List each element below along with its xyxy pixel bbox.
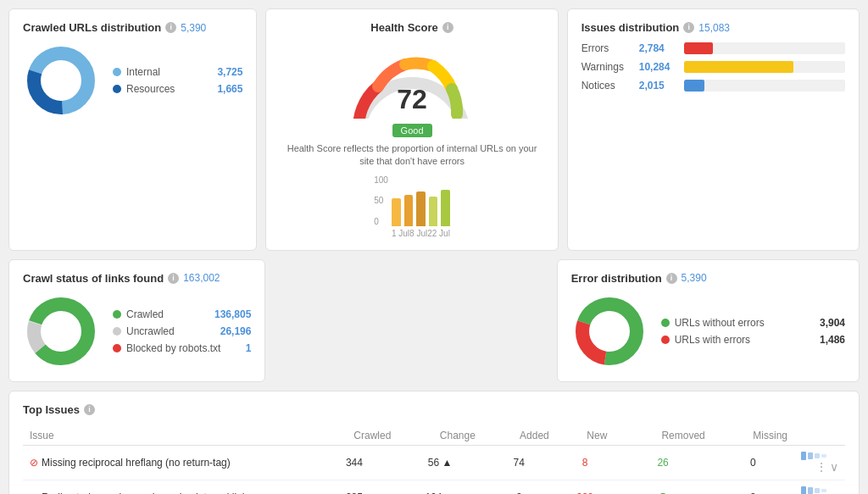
health-score-description: Health Score reflects the proportion of … [280,142,543,169]
without-errors-dot [661,319,670,327]
crawled-urls-donut-row: Internal 3,725 Resources 1,665 [23,42,242,119]
removed-value: 26 [614,445,711,480]
bar-col-3 [429,175,438,226]
crawled-label: Crawled [126,308,209,320]
uncrawled-label: Uncrawled [126,325,215,337]
crawl-status-donut [23,293,99,369]
issues-notices-row: Notices 2,015 [581,80,845,92]
error-distribution-total: 5,390 [682,272,707,284]
row-actions[interactable]: ⋮ ∨ [794,445,845,480]
uncrawled-dot [113,327,121,336]
error-distribution-label: Error distribution [571,272,662,285]
expand-icon[interactable]: ∨ [830,460,838,474]
col-crawled: Crawled [311,426,398,446]
crawled-urls-total: 5,390 [181,22,206,34]
crawl-status-legend: Crawled 136,805 Uncrawled 26,196 Blocked… [113,308,251,354]
col-missing: Missing [712,426,794,446]
issues-warnings-row: Warnings 10,284 [581,61,845,73]
crawl-status-title: Crawl status of links found i 163,002 [23,272,251,285]
removed-value: 5 [614,480,711,494]
col-added: Added [482,426,556,446]
crawled-urls-label: Crawled URLs distribution [23,21,161,34]
health-score-chart: 100 50 0 1 Jul 8 Jul 22 Jul [374,175,450,238]
change-value: 194 ▲ [398,480,481,494]
table-row: ⊘Missing reciprocal hreflang (no return-… [23,445,845,480]
internal-label: Internal [126,66,212,78]
top-issues-section: Top Issues i Issue Crawled Change Added … [8,391,860,494]
bar-col-4 [441,175,450,226]
errors-bar-wrap [684,42,845,54]
mini-bar [801,452,838,460]
error-icon: ⊘ [30,457,38,469]
added-value: 2 [482,480,556,494]
blocked-dot [113,344,121,352]
resources-dot [113,85,121,93]
notices-bar-wrap [684,80,845,92]
warnings-label: Warnings [581,61,632,73]
new-value: 8 [556,445,615,480]
bar-label-2: 22 Jul [427,229,450,238]
error-distribution-card: Error distribution i 5,390 [557,259,860,382]
crawled-urls-info-icon[interactable]: i [165,22,176,33]
table-row: ⊘Redirected page has no incoming interna… [23,480,845,494]
crawl-status-total: 163,002 [183,272,220,284]
notices-label: Notices [581,80,632,92]
with-errors-label: URLs with errors [675,334,815,346]
top-issues-info-icon[interactable]: i [84,404,95,415]
crawled-count: 344 [311,445,398,480]
more-icon[interactable]: ⋮ [815,460,827,474]
health-score-title: Health Score i [370,21,453,34]
col-removed: Removed [614,426,711,446]
legend-item-resources: Resources 1,665 [113,83,242,95]
notices-bar [684,80,705,92]
table-header-row: Issue Crawled Change Added New Removed M… [23,426,845,446]
with-errors-value: 1,486 [820,334,845,346]
issues-table: Issue Crawled Change Added New Removed M… [23,426,845,494]
issues-distribution-title: Issues distribution i 15,083 [581,21,845,34]
legend-item-blocked: Blocked by robots.txt 1 [113,342,251,354]
issues-distribution-total: 15,083 [698,22,730,34]
crawl-status-card: Crawl status of links found i 163,002 [8,259,265,382]
crawled-urls-title: Crawled URLs distribution i 5,390 [23,21,242,34]
health-score-info-icon[interactable]: i [442,22,453,33]
bar-col-0 [392,175,401,226]
legend-item-crawled: Crawled 136,805 [113,308,251,320]
legend-item-without-errors: URLs without errors 3,904 [661,317,845,329]
errors-value: 2,784 [639,42,677,54]
crawl-status-info-icon[interactable]: i [168,273,179,284]
crawled-urls-legend: Internal 3,725 Resources 1,665 [113,66,242,95]
notices-value: 2,015 [639,80,677,92]
missing-value: 3 [712,480,794,494]
crawled-value: 136,805 [214,308,251,320]
crawl-status-label: Crawl status of links found [23,272,164,285]
warnings-bar [684,61,793,73]
col-change: Change [398,426,481,446]
resources-label: Resources [126,83,212,95]
issue-name: ⊘Missing reciprocal hreflang (no return-… [23,445,311,480]
bar-col-1 [404,175,414,226]
bar-label-0: 1 Jul [392,229,409,238]
top-issues-title: Top Issues i [23,403,845,416]
internal-value: 3,725 [217,66,242,78]
row-actions[interactable]: ⋮ ∨ [794,480,845,494]
legend-item-uncrawled: Uncrawled 26,196 [113,325,251,337]
new-value: 200 [556,480,615,494]
health-score-card: Health Score i 72 Good Health Scor [265,8,558,251]
change-value: 56 ▲ [398,445,481,480]
issues-distribution-rows: Errors 2,784 Warnings 10,284 Notices 2,0… [581,42,845,92]
top-issues-label: Top Issues [23,403,80,416]
bar-label-1: 8 Jul [409,229,427,238]
issues-errors-row: Errors 2,784 [581,42,845,54]
without-errors-label: URLs without errors [675,317,815,329]
spacer [274,259,548,382]
health-score-badge: Good [392,124,432,137]
legend-item-internal: Internal 3,725 [113,66,242,78]
health-score-label: Health Score [370,21,437,34]
mini-bar [801,486,838,494]
blocked-label: Blocked by robots.txt [126,342,241,354]
warnings-value: 10,284 [639,61,677,73]
bar-col-2 [416,175,426,226]
uncrawled-value: 26,196 [220,325,252,337]
error-distribution-info-icon[interactable]: i [666,273,677,284]
issues-distribution-info-icon[interactable]: i [683,22,694,33]
